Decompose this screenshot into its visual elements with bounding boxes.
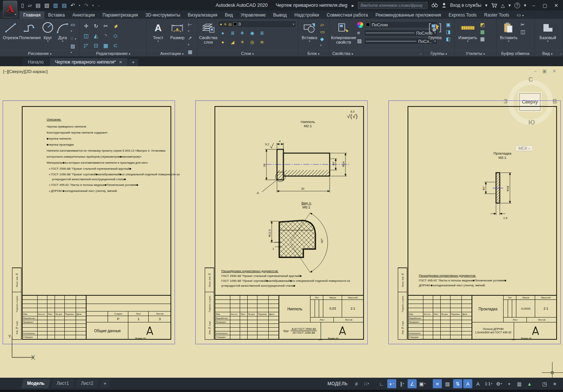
lineweight-list-icon[interactable]: ≡: [357, 30, 363, 36]
insert-block-button[interactable]: Вставка ▾: [300, 20, 319, 43]
grid-display-toggle[interactable]: #: [352, 379, 361, 388]
isolate-objects-button[interactable]: ▥: [515, 379, 524, 388]
offset-button[interactable]: ⊂: [113, 43, 118, 49]
clean-screen-button[interactable]: ◳: [540, 379, 549, 388]
create-block-button[interactable]: ▱: [320, 22, 327, 27]
application-menu-button[interactable]: A ▾: [3, 1, 17, 17]
match-properties-button[interactable]: Копирование свойств: [331, 20, 356, 44]
color-wheel-icon[interactable]: [357, 22, 363, 28]
qat-customize-button[interactable]: ⌄: [97, 4, 100, 7]
polar-tracking-toggle[interactable]: ◐▾: [387, 379, 396, 388]
viewcube-north[interactable]: С: [528, 76, 533, 84]
ribbon-tab-manage[interactable]: Управление: [237, 11, 269, 19]
window-close-button[interactable]: ✕: [552, 3, 560, 8]
help-button[interactable]: ?: [514, 3, 520, 8]
isometric-drafting-toggle[interactable]: ∥▾: [397, 379, 406, 388]
layout-tab-model[interactable]: Модель: [21, 379, 50, 388]
linetype-list-icon[interactable]: ▨: [357, 38, 363, 44]
plot-button[interactable]: ▤: [62, 2, 67, 8]
trim-button[interactable]: ✂: [103, 23, 108, 29]
panel-label-clipboard[interactable]: Буфер обмена: [496, 50, 534, 56]
group-button[interactable]: Группа: [425, 20, 445, 40]
search-binoculars-icon[interactable]: [431, 3, 438, 8]
edit-block-button[interactable]: ▭: [320, 29, 327, 35]
redo-dropdown[interactable]: ▾: [92, 4, 94, 7]
ribbon-tab-addins[interactable]: Надстройки: [291, 11, 323, 19]
ucs-icon[interactable]: Y: [7, 333, 37, 363]
line-button[interactable]: Отрезок: [2, 20, 19, 40]
layer-off-button[interactable]: ●: [221, 30, 224, 36]
panel-label-block[interactable]: Блок ▾: [298, 50, 329, 56]
layer-match-button[interactable]: ≋: [260, 40, 264, 45]
explode-button[interactable]: ◇: [114, 33, 118, 39]
scale-button[interactable]: ⊡: [94, 43, 98, 49]
layout-tab-layout2[interactable]: Лист2: [75, 379, 99, 388]
ribbon-tab-3dtools[interactable]: 3D-инструменты: [142, 11, 184, 19]
signin-dropdown[interactable]: ▾: [485, 3, 487, 8]
drawing-window-buttons[interactable]: ‒ ▣ ✕: [534, 68, 558, 74]
measure-button[interactable]: Измерить ▾: [456, 20, 479, 43]
circle-button[interactable]: Круг ▾: [40, 20, 55, 43]
block-attributes-button[interactable]: ◆ ▾: [320, 36, 327, 48]
ribbon-tab-featured-apps[interactable]: Рекомендованные приложения: [372, 11, 445, 19]
sheet-gasket[interactable]: ПрокладкаМ2:1 Ф7: [388, 100, 561, 344]
window-minimize-button[interactable]: ‒: [530, 3, 537, 8]
panel-label-utilities[interactable]: Утилиты ▾: [455, 50, 496, 56]
new-file-button[interactable]: ▯: [21, 2, 24, 8]
quick-select-button[interactable]: ◩: [480, 22, 485, 27]
rectangle-button[interactable]: ▭ ▾: [70, 22, 77, 34]
layer-on-all-button[interactable]: ●: [221, 40, 224, 45]
save-button[interactable]: ▤: [36, 2, 41, 8]
ungroup-button[interactable]: ▣: [446, 22, 450, 27]
array-button[interactable]: ▦: [103, 43, 108, 49]
undo-dropdown[interactable]: ▾: [79, 4, 80, 7]
annotation-scale-button[interactable]: 1:1▾: [484, 379, 493, 388]
panel-label-modify[interactable]: Редактирование ▾: [80, 50, 146, 56]
viewport-controls-label[interactable]: [−][Сверху][2D-каркас]: [3, 69, 47, 74]
layer-unisolate-button[interactable]: ◢: [231, 40, 234, 45]
panel-label-draw[interactable]: Рисование ▾: [0, 50, 79, 56]
view-dialog-launcher[interactable]: ⌟: [560, 50, 561, 56]
annotation-monitor-button[interactable]: +: [505, 379, 514, 388]
object-snap-tracking-toggle[interactable]: ∠: [408, 379, 417, 388]
layer-properties-button[interactable]: Свойства слоя: [199, 20, 218, 44]
redo-button[interactable]: ↷: [84, 2, 88, 8]
file-tab-drawing[interactable]: Чертеж приварного ниппеля* ✕: [50, 58, 128, 66]
ribbon-overflow-icon[interactable]: ▭ ▾: [513, 11, 528, 19]
ribbon-tab-view[interactable]: Вид: [221, 11, 237, 19]
dimension-style-button[interactable]: ⊢ ▾: [188, 22, 195, 34]
panel-label-groups[interactable]: Группы ▾: [423, 50, 454, 56]
arc-button[interactable]: Дуга ▾: [56, 20, 70, 43]
sheet-general-data[interactable]: Описание: Чертеж приварного ниппеля Конс…: [3, 100, 175, 344]
rotate-button[interactable]: ↻: [94, 23, 98, 29]
calculator-button[interactable]: ▦: [480, 36, 485, 42]
cut-button[interactable]: ✂: [520, 22, 525, 27]
autodesk-app-dropdown[interactable]: ▾: [508, 3, 511, 8]
group-edit-button[interactable]: ◨: [446, 29, 450, 35]
help-search-input[interactable]: Введите ключевое слово/фразу: [358, 2, 428, 9]
ribbon-tab-collaborate[interactable]: Совместная работа: [323, 11, 372, 19]
ribbon-tab-express-tools[interactable]: Express Tools: [445, 11, 480, 19]
leader-button[interactable]: ↗ ▾: [188, 35, 195, 47]
workspace-switching-button[interactable]: ⚙▾: [495, 379, 504, 388]
nipple-drawing[interactable]: 4 3,2 18 32 Ф7: [251, 138, 353, 198]
lineweight-display-toggle[interactable]: ≡: [433, 379, 442, 388]
layer-unlock-button[interactable]: ◎: [250, 40, 254, 45]
stretch-button[interactable]: ◸: [84, 43, 88, 49]
ribbon-tab-home[interactable]: Главная: [20, 11, 44, 19]
ribbon-tab-raster-tools[interactable]: Raster Tools: [481, 11, 513, 19]
autoscale-toggle[interactable]: А: [473, 379, 482, 388]
selection-cycling-toggle[interactable]: ⇅: [453, 379, 462, 388]
file-tab-start[interactable]: Начало: [23, 58, 49, 66]
transfer-button[interactable]: ▥: [53, 2, 58, 8]
ellipse-button[interactable]: ◌ ▾: [70, 35, 77, 42]
mirror-button[interactable]: ◭: [94, 33, 98, 39]
ribbon-tab-output[interactable]: Вывод: [269, 11, 291, 19]
open-file-button[interactable]: ▱: [28, 2, 32, 8]
base-view-button[interactable]: Базовый ▾: [537, 20, 559, 43]
ribbon-tab-annotate[interactable]: Аннотации: [68, 11, 99, 19]
group-selection-button[interactable]: ◧: [446, 36, 450, 42]
panel-label-view[interactable]: Вид ▾ ⌟: [535, 50, 563, 56]
window-maximize-button[interactable]: ▢: [541, 3, 549, 8]
ortho-mode-toggle[interactable]: ∟: [377, 379, 386, 388]
